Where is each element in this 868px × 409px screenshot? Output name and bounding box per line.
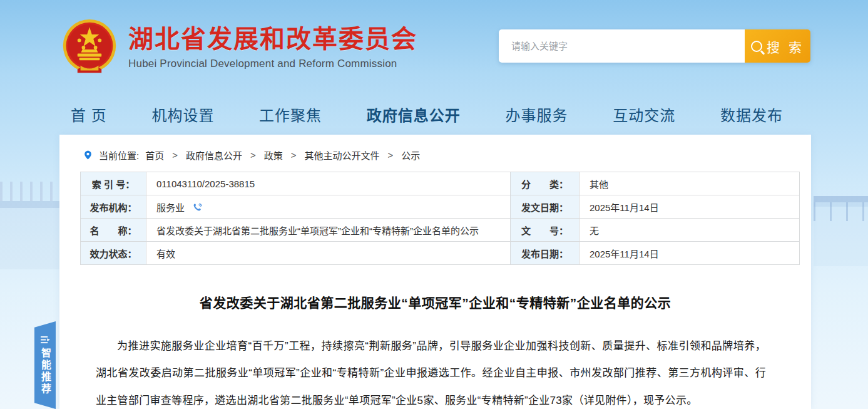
issuing-agency-text: 服务业 [156, 202, 185, 213]
background-city-left [0, 182, 59, 269]
location-pin-icon [83, 150, 93, 160]
content-panel: 当前位置: 首页 > 政府信息公开 > 政策 > 其他主动公开文件 > 公示 索… [59, 135, 811, 409]
site-header: 湖北省发展和改革委员会 Hubei Provincial Development… [59, 18, 417, 78]
meta-label-doc-number: 文 号： [511, 219, 580, 242]
meta-label-index-number: 索 引 号： [81, 172, 146, 195]
search-icon [751, 41, 762, 52]
meta-label-category: 分 类： [511, 172, 580, 195]
meta-label-issuing-agency: 发布机构： [81, 195, 146, 219]
list-arrow-icon [41, 336, 50, 344]
phone-contact-icon[interactable] [192, 202, 203, 213]
nav-item-work-focus[interactable]: 工作聚焦 [259, 103, 322, 125]
meta-value-index-number: 011043110/2025-38815 [146, 172, 511, 195]
site-title-block: 湖北省发展和改革委员会 Hubei Provincial Development… [128, 25, 417, 70]
breadcrumb-prefix: 当前位置: [99, 148, 139, 162]
site-subtitle: Hubei Provincial Development and Reform … [128, 58, 417, 70]
breadcrumb-policy[interactable]: 政策 [264, 148, 283, 162]
smart-recommend-label: 智能推荐 [38, 348, 53, 395]
meta-value-validity-status: 有效 [146, 242, 511, 265]
breadcrumb-public-notice[interactable]: 公示 [401, 148, 420, 162]
breadcrumb-other-public-files[interactable]: 其他主动公开文件 [305, 148, 380, 162]
nav-item-home[interactable]: 首 页 [71, 103, 107, 125]
article-title: 省发改委关于湖北省第二批服务业“单项冠军”企业和“专精特新”企业名单的公示 [59, 293, 811, 311]
smart-recommend-ribbon[interactable]: 智能推荐 [34, 321, 56, 409]
nav-item-interaction[interactable]: 互动交流 [613, 103, 675, 125]
table-row: 索 引 号： 011043110/2025-38815 分 类： 其他 [81, 172, 800, 195]
meta-label-validity-status: 效力状态： [81, 242, 146, 265]
search-button[interactable]: 搜 索 [745, 29, 810, 63]
breadcrumb: 当前位置: 首页 > 政府信息公开 > 政策 > 其他主动公开文件 > 公示 [59, 135, 811, 162]
meta-value-publish-date: 2025年11月14日 [580, 242, 800, 265]
search-input[interactable] [499, 29, 745, 63]
document-meta-table: 索 引 号： 011043110/2025-38815 分 类： 其他 发布机构… [80, 172, 800, 265]
search-button-label: 搜 索 [767, 37, 804, 56]
breadcrumb-separator: > [250, 150, 256, 160]
national-emblem-logo [59, 18, 120, 78]
meta-value-title: 省发改委关于湖北省第二批服务业“单项冠军”企业和“专精特新”企业名单的公示 [146, 219, 511, 242]
table-row: 名 称： 省发改委关于湖北省第二批服务业“单项冠军”企业和“专精特新”企业名单的… [81, 219, 800, 242]
table-row: 发布机构： 服务业 发文日期： 2025年11月14日 [81, 195, 800, 219]
meta-value-doc-number: 无 [580, 219, 800, 242]
nav-item-gov-info-disclosure[interactable]: 政府信息公开 [367, 103, 461, 125]
nav-item-data-release[interactable]: 数据发布 [720, 103, 783, 125]
search-bar: 搜 索 [499, 29, 810, 63]
breadcrumb-gov-info[interactable]: 政府信息公开 [186, 148, 242, 162]
nav-item-services[interactable]: 办事服务 [506, 103, 568, 125]
meta-label-title: 名 称： [81, 219, 146, 242]
breadcrumb-separator: > [172, 150, 178, 160]
site-title: 湖北省发展和改革委员会 [128, 25, 417, 53]
meta-value-issuing-agency: 服务业 [146, 195, 511, 219]
meta-value-category: 其他 [580, 172, 800, 195]
article-body-paragraph: 为推进实施服务业企业培育“百千万”工程，持续擦亮“荆新服务”品牌，引导服务业企业… [96, 333, 766, 409]
background-bridge-right [814, 160, 868, 266]
breadcrumb-separator: > [388, 150, 394, 160]
nav-item-organization[interactable]: 机构设置 [151, 103, 214, 125]
meta-label-issue-date: 发文日期： [511, 195, 580, 219]
table-row: 效力状态： 有效 发布日期： 2025年11月14日 [81, 242, 800, 265]
breadcrumb-home[interactable]: 首页 [145, 148, 164, 162]
meta-label-publish-date: 发布日期： [511, 242, 580, 265]
breadcrumb-separator: > [291, 150, 297, 160]
main-nav: 首 页 机构设置 工作聚焦 政府信息公开 办事服务 互动交流 数据发布 [59, 103, 811, 125]
meta-value-issue-date: 2025年11月14日 [580, 195, 800, 219]
